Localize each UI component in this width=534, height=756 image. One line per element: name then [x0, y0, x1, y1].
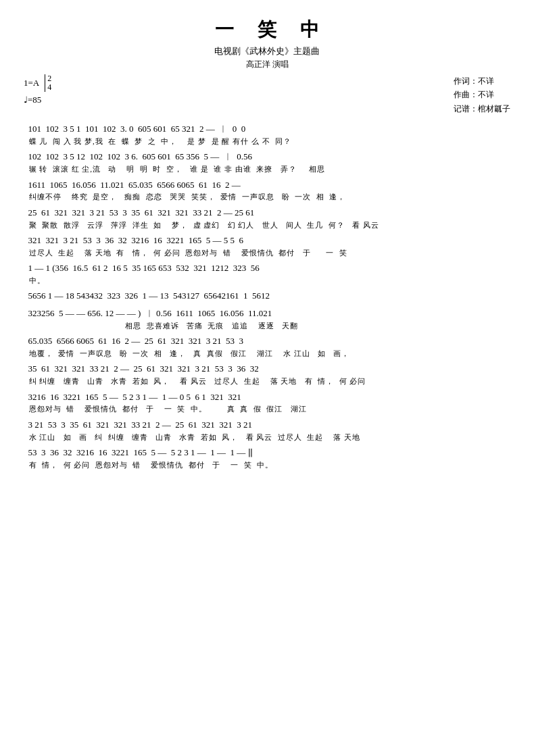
composer: 作曲：不详 [454, 88, 510, 101]
key-signature: 1=A 2 4 [24, 74, 51, 92]
page-container: 一 笑 中 电视剧《武林外史》主题曲 高正洋 演唱 1=A 2 4 ♩=85 作… [24, 17, 510, 470]
music-content: 101 102 3 5 1 101 102 3. 0 605 601 65 32… [24, 122, 510, 470]
lyrics-5: 中。 [24, 276, 510, 286]
music-line-10: 3216 16 3221 165 5 — 5 2 3 1 — 1 — 0 5 6… [24, 390, 510, 415]
lyrics-11: 水 江山 如 画 纠 纠缠 缠青 山青 水青 若如 风， 看 风云 过尽人 生起… [24, 432, 510, 443]
credits: 作词：不详 作曲：不详 记谱：棺材瓤子 [454, 74, 510, 116]
notation-4: 321 321 3 21 53 3 36 32 3216 16 3221 165… [24, 234, 510, 248]
main-title: 一 笑 中 [24, 17, 510, 43]
music-line-0: 101 102 3 5 1 101 102 3. 0 605 601 65 32… [24, 122, 510, 147]
lyrics-9: 纠 纠缠 缠青 山青 水青 若如 风， 看 风云 过尽人 生起 落 天地 有 情… [24, 376, 510, 386]
lyrics-0: 蝶 儿 闯 入 我 梦,我 在 蝶 梦 之 中， 是 梦 是 醒 有什 么 不 … [24, 136, 510, 147]
notation-12: 53 3 36 32 3216 16 3221 165 5 — 5 2 3 1 … [24, 446, 510, 460]
lyrics-2: 纠缠不停 终究 是空， 痴痴 恋恋 哭哭 笑笑， 爱情 一声叹息 盼 一次 相 … [24, 192, 510, 202]
notation-0: 101 102 3 5 1 101 102 3. 0 605 601 65 32… [24, 122, 510, 136]
lyricist: 作词：不详 [454, 74, 510, 88]
lyrics-4: 过尽人 生起 落 天地 有 情， 何 必问 恩怨对与 错 爱恨情仇 都付 于 一… [24, 248, 510, 258]
music-line-9: 35 61 321 321 33 21 2 — 25 61 321 321 3 … [24, 362, 510, 386]
music-line-6: 5656 1 — 18 543432 323 326 1 — 13 543127… [24, 289, 510, 303]
notation-2: 1611 1065 16.056 11.021 65.035 6566 6065… [24, 178, 510, 193]
notation-10: 3216 16 3221 165 5 — 5 2 3 1 — 1 — 0 5 6… [24, 390, 510, 405]
lyrics-10: 恩怨对与 错 爱恨情仇 都付 于 一 笑 中。 真 真 假 假江 湖江 [24, 404, 510, 414]
notation-6: 5656 1 — 18 543432 323 326 1 — 13 543127… [24, 289, 510, 303]
notation-3: 25 61 321 321 3 21 53 3 35 61 321 321 33… [24, 206, 510, 220]
music-line-12: 53 3 36 32 3216 16 3221 165 5 — 5 2 3 1 … [24, 446, 510, 470]
title-section: 一 笑 中 电视剧《武林外史》主题曲 高正洋 演唱 [24, 17, 510, 70]
tempo: ♩=85 [24, 92, 51, 107]
music-line-5: 1 — 1 (356 16.5 61 2 16 5 35 165 653 532… [24, 261, 510, 286]
header-row: 1=A 2 4 ♩=85 作词：不详 作曲：不详 记谱：棺材瓤子 [24, 74, 510, 116]
time-signature: 2 4 [45, 74, 51, 92]
key-info: 1=A 2 4 ♩=85 [24, 74, 51, 108]
notation-5: 1 — 1 (356 16.5 61 2 16 5 35 165 653 532… [24, 261, 510, 276]
notation-8: 65.035 6566 6065 61 16 2 — 25 61 321 321… [24, 334, 510, 349]
lyrics-3: 聚 聚散 散浮 云浮 萍浮 洋生 如 梦， 虚 虚幻 幻 幻人 世人 间人 生几… [24, 220, 510, 230]
notation-1: 102 102 3 5 12 102 102 3 6. 605 601 65 3… [24, 150, 510, 164]
subtitle: 电视剧《武林外史》主题曲 [24, 45, 510, 57]
notation-by: 记谱：棺材瓤子 [454, 102, 510, 116]
music-line-1: 102 102 3 5 12 102 102 3 6. 605 601 65 3… [24, 150, 510, 174]
music-line-3: 25 61 321 321 3 21 53 3 35 61 321 321 33… [24, 206, 510, 230]
music-line-8: 65.035 6566 6065 61 16 2 — 25 61 321 321… [24, 334, 510, 359]
notation-11: 3 21 53 3 35 61 321 321 33 21 2 — 25 61 … [24, 418, 510, 432]
music-line-11: 3 21 53 3 35 61 321 321 33 21 2 — 25 61 … [24, 418, 510, 443]
lyrics-8: 地覆， 爱情 一声叹息 盼 一次 相 逢， 真 真假 假江 湖江 水 江山 如 … [24, 349, 510, 359]
music-line-7: 323256 5 — — 656. 12 — — ) ︱ 0.56 1611 1… [24, 307, 510, 331]
notation-9: 35 61 321 321 33 21 2 — 25 61 321 321 3 … [24, 362, 510, 376]
lyrics-1: 辗 转 滚滚 红 尘,流 动 明 明 时 空， 谁 是 谁 非 由谁 来撩 弄？… [24, 164, 510, 174]
performer: 高正洋 演唱 [24, 59, 510, 70]
notation-7: 323256 5 — — 656. 12 — — ) ︱ 0.56 1611 1… [24, 307, 510, 321]
music-line-4: 321 321 3 21 53 3 36 32 3216 16 3221 165… [24, 234, 510, 258]
lyrics-12: 有 情， 何 必问 恩怨对与 错 爱恨情仇 都付 于 一 笑 中。 [24, 460, 510, 470]
lyrics-7: 相思 悲喜难诉 苦痛 无痕 追追 逐逐 天翻 [24, 321, 510, 331]
music-line-2: 1611 1065 16.056 11.021 65.035 6566 6065… [24, 178, 510, 203]
